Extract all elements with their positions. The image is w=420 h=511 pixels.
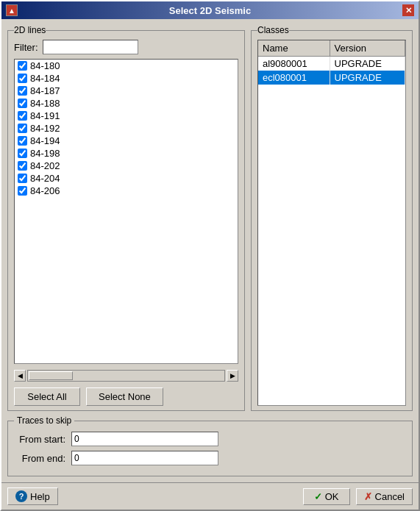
list-item: 84-206 [15, 185, 238, 197]
classes-panel: Classes Name Version al9080001UPGRADEecl… [251, 25, 413, 411]
cancel-label: Cancel [375, 491, 405, 502]
traces-panel-label: Traces to skip [14, 415, 74, 426]
classes-header-row: Name Version [258, 40, 405, 57]
class-name-cell: al9080001 [258, 57, 330, 71]
list-item: 84-198 [15, 147, 238, 160]
traces-panel: Traces to skip From start: From end: [7, 415, 413, 476]
filter-label: Filter: [14, 42, 38, 53]
lines-list[interactable]: 84-18084-18484-18784-18884-19184-19284-1… [14, 59, 238, 364]
list-item: 84-184 [15, 72, 238, 85]
main-window: ▲ Select 2D Seismic ✕ 2D lines Filter: 8… [0, 0, 420, 511]
list-item-label: 84-188 [30, 98, 60, 109]
filter-row: Filter: [14, 40, 238, 54]
list-item: 84-180 [15, 60, 238, 72]
list-item-checkbox[interactable] [18, 124, 27, 133]
list-item-checkbox[interactable] [18, 86, 27, 96]
list-item: 84-204 [15, 172, 238, 185]
classes-panel-label: Classes [257, 25, 289, 35]
list-item-label: 84-198 [30, 148, 60, 159]
list-item-checkbox[interactable] [18, 186, 27, 196]
list-item-label: 84-194 [30, 135, 60, 146]
filter-input[interactable] [43, 40, 138, 54]
top-panels: 2D lines Filter: 84-18084-18484-18784-18… [7, 25, 413, 411]
list-item: 84-188 [15, 97, 238, 110]
table-row[interactable]: ecl080001UPGRADE [258, 71, 405, 85]
cancel-button[interactable]: ✗ Cancel [356, 488, 413, 505]
lines-panel: 2D lines Filter: 84-18084-18484-18784-18… [7, 25, 245, 411]
from-start-input[interactable] [71, 432, 218, 446]
select-none-button[interactable]: Select None [86, 387, 163, 406]
list-item-checkbox[interactable] [18, 111, 27, 121]
from-end-row: From end: [14, 451, 406, 465]
list-item-label: 84-180 [30, 60, 60, 71]
window-icon: ▲ [6, 4, 18, 16]
classes-table-container[interactable]: Name Version al9080001UPGRADEecl080001UP… [257, 40, 406, 406]
ok-label: OK [325, 491, 339, 502]
list-item-checkbox[interactable] [18, 136, 27, 146]
list-item-label: 84-187 [30, 85, 60, 96]
list-item-checkbox[interactable] [18, 61, 27, 71]
from-end-label: From end: [14, 453, 65, 464]
help-label: Help [30, 491, 50, 502]
hscroll-thumb[interactable] [29, 371, 73, 380]
hscroll-track[interactable] [27, 370, 225, 382]
footer-actions: ✓ OK ✗ Cancel [303, 488, 413, 505]
list-item: 84-191 [15, 110, 238, 122]
cancel-x-icon: ✗ [364, 491, 372, 502]
from-start-label: From start: [14, 434, 65, 445]
scroll-left-btn[interactable]: ◀ [14, 370, 26, 382]
col-version-header: Version [330, 40, 405, 57]
ok-button[interactable]: ✓ OK [303, 488, 350, 505]
list-item-checkbox[interactable] [18, 149, 27, 158]
help-button[interactable]: ? Help [7, 487, 58, 505]
list-item-label: 84-184 [30, 73, 60, 84]
list-item-label: 84-192 [30, 123, 60, 134]
classes-table: Name Version al9080001UPGRADEecl080001UP… [258, 40, 405, 85]
from-end-input[interactable] [71, 451, 218, 465]
class-name-cell: ecl080001 [258, 71, 330, 85]
list-item-checkbox[interactable] [18, 161, 27, 171]
list-item: 84-194 [15, 135, 238, 147]
lines-panel-label: 2D lines [14, 25, 46, 35]
list-item-checkbox[interactable] [18, 174, 27, 183]
col-name-header: Name [258, 40, 330, 57]
scroll-right-btn[interactable]: ▶ [227, 370, 238, 382]
list-item: 84-202 [15, 160, 238, 172]
hscrollbar: ◀ ▶ [14, 370, 238, 382]
select-buttons: Select All Select None [14, 387, 238, 406]
list-item-label: 84-206 [30, 185, 60, 196]
list-item-label: 84-191 [30, 110, 60, 121]
titlebar: ▲ Select 2D Seismic ✕ [1, 1, 419, 19]
list-item: 84-192 [15, 122, 238, 135]
window-title: Select 2D Seismic [18, 5, 402, 16]
table-row[interactable]: al9080001UPGRADE [258, 57, 405, 71]
class-version-cell: UPGRADE [330, 57, 405, 71]
class-version-cell: UPGRADE [330, 71, 405, 85]
ok-check-icon: ✓ [314, 491, 322, 502]
list-item-label: 84-204 [30, 173, 60, 184]
from-start-row: From start: [14, 432, 406, 446]
help-icon: ? [15, 490, 27, 502]
select-all-button[interactable]: Select All [14, 387, 80, 406]
footer: ? Help ✓ OK ✗ Cancel [1, 482, 419, 510]
list-item-checkbox[interactable] [18, 99, 27, 108]
list-item: 84-187 [15, 85, 238, 97]
list-item-checkbox[interactable] [18, 74, 27, 83]
main-content: 2D lines Filter: 84-18084-18484-18784-18… [1, 19, 419, 482]
close-button[interactable]: ✕ [402, 4, 414, 16]
list-item-label: 84-202 [30, 160, 60, 171]
